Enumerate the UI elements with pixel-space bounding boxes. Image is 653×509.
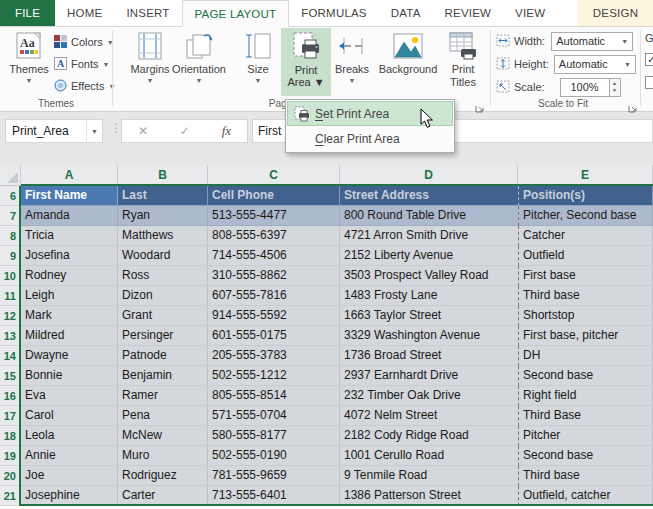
tab-home[interactable]: HOME	[55, 0, 114, 26]
background-button[interactable]: Background	[378, 29, 438, 76]
cell-B14[interactable]: Patnode	[118, 346, 208, 366]
cell-A16[interactable]: Eva	[21, 386, 118, 406]
row-header-15[interactable]: 15	[0, 366, 21, 386]
cell-C21[interactable]: 713-555-6401	[208, 486, 340, 506]
scale-input[interactable]: 100%	[560, 78, 610, 97]
cell-A8[interactable]: Tricia	[21, 226, 118, 246]
themes-button[interactable]: Aa Themes ▼	[6, 29, 52, 85]
cell-D12[interactable]: 1663 Taylor Street	[340, 306, 518, 326]
enter-button[interactable]: ✓	[180, 124, 190, 138]
column-header-A[interactable]: A	[21, 165, 118, 186]
colors-button[interactable]: Colors▼	[54, 32, 114, 52]
cell-B11[interactable]: Dizon	[118, 286, 208, 306]
row-header-16[interactable]: 16	[0, 386, 21, 406]
cell-A20[interactable]: Joe	[21, 466, 118, 486]
cell-E19[interactable]: Second base	[518, 446, 653, 466]
cell-D6[interactable]: Street Address	[340, 186, 518, 206]
cell-A18[interactable]: Leola	[21, 426, 118, 446]
cell-C7[interactable]: 513-555-4477	[208, 206, 340, 226]
row-header-11[interactable]: 11	[0, 286, 21, 306]
cell-E17[interactable]: Third Base	[518, 406, 653, 426]
cell-E9[interactable]: Outfield	[518, 246, 653, 266]
cell-A11[interactable]: Leigh	[21, 286, 118, 306]
cell-E12[interactable]: Shortstop	[518, 306, 653, 326]
scale-spinner[interactable]: ▲▼	[610, 78, 621, 97]
row-header-19[interactable]: 19	[0, 446, 21, 466]
row-header-20[interactable]: 20	[0, 466, 21, 486]
cell-C10[interactable]: 310-555-8862	[208, 266, 340, 286]
column-header-E[interactable]: E	[518, 165, 653, 186]
cell-D19[interactable]: 1001 Cerullo Road	[340, 446, 518, 466]
column-header-B[interactable]: B	[118, 165, 208, 186]
row-header-12[interactable]: 12	[0, 306, 21, 326]
cell-D21[interactable]: 1386 Patterson Street	[340, 486, 518, 506]
cell-D13[interactable]: 3329 Washington Avenue	[340, 326, 518, 346]
cell-A17[interactable]: Carol	[21, 406, 118, 426]
insert-function-button[interactable]: fx	[222, 123, 231, 139]
cell-E11[interactable]: Third base	[518, 286, 653, 306]
cell-B20[interactable]: Rodriguez	[118, 466, 208, 486]
gridlines-view-checkbox[interactable]: ✓	[645, 53, 653, 66]
margins-button[interactable]: Margins ▼	[127, 29, 173, 85]
cell-E14[interactable]: DH	[518, 346, 653, 366]
cell-A9[interactable]: Josefina	[21, 246, 118, 266]
cell-C19[interactable]: 502-555-0190	[208, 446, 340, 466]
gridlines-print-checkbox[interactable]	[645, 76, 653, 89]
row-header-8[interactable]: 8	[0, 226, 21, 246]
cell-D14[interactable]: 1736 Broad Street	[340, 346, 518, 366]
cell-D16[interactable]: 232 Timber Oak Drive	[340, 386, 518, 406]
cell-E16[interactable]: Right field	[518, 386, 653, 406]
size-button[interactable]: Size ▼	[238, 29, 278, 85]
cell-C11[interactable]: 607-555-7816	[208, 286, 340, 306]
column-header-C[interactable]: C	[208, 165, 340, 186]
width-dropdown[interactable]: Automatic▼	[551, 32, 633, 51]
tab-view[interactable]: VIEW	[503, 0, 557, 26]
cell-D10[interactable]: 3503 Prospect Valley Road	[340, 266, 518, 286]
cell-B7[interactable]: Ryan	[118, 206, 208, 226]
tab-review[interactable]: REVIEW	[433, 0, 504, 26]
tab-page-layout[interactable]: PAGE LAYOUT	[182, 0, 290, 27]
cell-D17[interactable]: 4072 Nelm Street	[340, 406, 518, 426]
cell-D20[interactable]: 9 Tenmile Road	[340, 466, 518, 486]
cell-D15[interactable]: 2937 Earnhardt Drive	[340, 366, 518, 386]
page-setup-dialog-launcher[interactable]	[475, 99, 485, 109]
scale-to-fit-dialog-launcher[interactable]	[628, 99, 638, 109]
row-header-13[interactable]: 13	[0, 326, 21, 346]
cell-B17[interactable]: Pena	[118, 406, 208, 426]
cell-E20[interactable]: Third base	[518, 466, 653, 486]
cell-A10[interactable]: Rodney	[21, 266, 118, 286]
cell-C18[interactable]: 580-555-8177	[208, 426, 340, 446]
cell-E7[interactable]: Pitcher, Second base	[518, 206, 653, 226]
print-titles-button[interactable]: Print Titles	[440, 29, 486, 89]
row-header-21[interactable]: 21	[0, 486, 21, 506]
cell-A12[interactable]: Mark	[21, 306, 118, 326]
cell-A15[interactable]: Bonnie	[21, 366, 118, 386]
cancel-button[interactable]: ✕	[138, 124, 148, 138]
cell-B19[interactable]: Muro	[118, 446, 208, 466]
cell-B12[interactable]: Grant	[118, 306, 208, 326]
row-header-10[interactable]: 10	[0, 266, 21, 286]
tab-data[interactable]: DATA	[379, 0, 433, 26]
print-area-button[interactable]: Print Area ▼	[281, 28, 331, 96]
cell-A6[interactable]: First Name	[21, 186, 118, 206]
cell-C20[interactable]: 781-555-9659	[208, 466, 340, 486]
cell-A14[interactable]: Dwayne	[21, 346, 118, 366]
cell-C9[interactable]: 714-555-4506	[208, 246, 340, 266]
effects-button[interactable]: Effects▼	[54, 76, 115, 96]
cell-E6[interactable]: Position(s)	[518, 186, 653, 206]
breaks-button[interactable]: Breaks ▼	[330, 29, 374, 85]
cell-E13[interactable]: First base, pitcher	[518, 326, 653, 346]
cell-B18[interactable]: McNew	[118, 426, 208, 446]
row-header-7[interactable]: 7	[0, 206, 21, 226]
height-dropdown[interactable]: Automatic▼	[554, 55, 636, 74]
cell-B9[interactable]: Woodard	[118, 246, 208, 266]
tab-file[interactable]: FILE	[0, 0, 55, 26]
row-header-14[interactable]: 14	[0, 346, 21, 366]
name-box-dropdown-arrow[interactable]: ▼	[86, 120, 102, 142]
cell-C16[interactable]: 805-555-8514	[208, 386, 340, 406]
cell-C12[interactable]: 914-555-5592	[208, 306, 340, 326]
name-box[interactable]: Print_Area ▼	[5, 119, 103, 143]
column-header-D[interactable]: D	[340, 165, 518, 186]
cell-C17[interactable]: 571-555-0704	[208, 406, 340, 426]
cell-B6[interactable]: Last	[118, 186, 208, 206]
